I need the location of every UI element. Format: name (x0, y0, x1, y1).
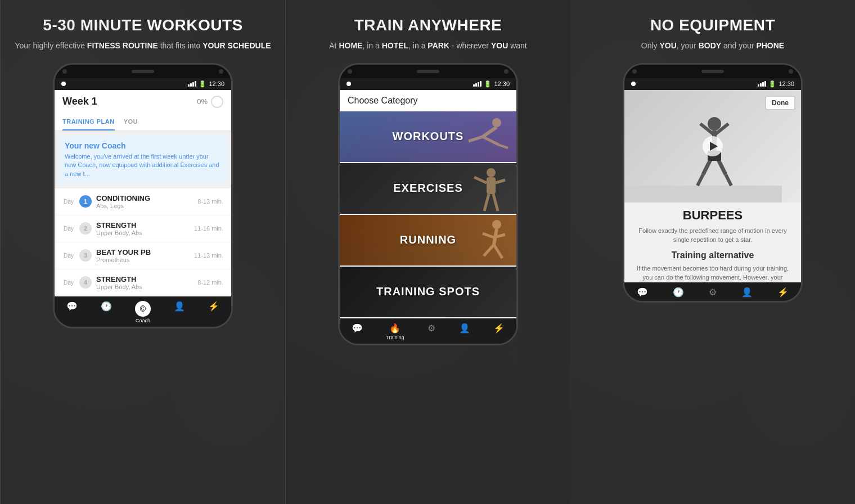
speaker-2 (417, 70, 439, 73)
exercise-video[interactable]: Done (624, 90, 801, 202)
svg-line-1 (483, 127, 497, 137)
phone1-screen: Week 1 0% TRAINING PLAN YOU Your new Coa… (55, 90, 231, 296)
chat-icon-2: 💬 (352, 323, 363, 334)
camera-icon-3 (632, 69, 637, 74)
category-exercises[interactable]: EXERCISES (340, 163, 516, 214)
day-number-4: 4 (79, 276, 92, 289)
coach-icon: © (135, 301, 151, 317)
nav-chat[interactable]: 💬 (66, 301, 78, 323)
battery-icon: 🔋 (199, 80, 206, 88)
tab-you[interactable]: YOU (124, 114, 138, 130)
day-label-2: Day (62, 226, 75, 232)
nav3-profile[interactable]: 👤 (741, 287, 753, 298)
panel-workouts: 5-30 MINUTE WORKOUTS Your highly effecti… (0, 0, 286, 504)
phone3-status-bar: 🔋 12:30 (624, 78, 801, 90)
done-button[interactable]: Done (765, 96, 795, 110)
profile-icon-3: 👤 (741, 287, 753, 298)
svg-line-4 (500, 145, 508, 148)
status-dot-3 (631, 82, 636, 86)
nav-training-label: Training (386, 335, 404, 340)
panel-no-equipment: NO EQUIPMENT Only YOU, your BODY and you… (570, 0, 855, 504)
phone3-top (624, 65, 801, 78)
workout-item-4[interactable]: Day 4 STRENGTH Upper Body, Abs 8-12 min. (55, 269, 231, 296)
svg-line-3 (483, 137, 500, 145)
svg-line-23 (698, 174, 703, 186)
workout-item-2[interactable]: Day 2 STRENGTH Upper Body, Abs 11-16 min… (55, 215, 231, 242)
category-workouts-label: WORKOUTS (393, 130, 464, 143)
workout-info-1: CONDITIONING Abs, Legs (96, 194, 193, 209)
status-right-3: 🔋 12:30 (758, 80, 794, 88)
phone2-top (340, 65, 516, 78)
phone-1: 🔋 12:30 Week 1 0% TRAINING PLAN YOU Your… (53, 63, 233, 328)
svg-line-16 (494, 245, 502, 258)
nav3-lightning[interactable]: ⚡ (777, 287, 789, 298)
running-athlete-icon (471, 218, 511, 266)
time-display-3: 12:30 (778, 80, 794, 87)
svg-point-18 (708, 117, 721, 130)
settings-icon-3: ⚙ (709, 287, 717, 298)
svg-line-15 (484, 245, 494, 256)
play-button[interactable] (703, 136, 723, 156)
phone1-header: Week 1 0% (55, 90, 231, 114)
camera-icon-2 (348, 69, 352, 74)
panel-train-anywhere: TRAIN ANYWHERE At HOME, in a HOTEL, in a… (286, 0, 570, 504)
workout-type-1: Abs, Legs (96, 202, 193, 209)
category-running-label: RUNNING (400, 233, 456, 246)
category-running[interactable]: RUNNING (340, 215, 516, 266)
nav2-lightning[interactable]: ⚡ (493, 323, 505, 340)
chat-icon: 💬 (66, 301, 78, 312)
svg-point-5 (487, 168, 496, 177)
svg-point-11 (492, 220, 501, 229)
coach-card[interactable]: Your new Coach Welcome, you've arrived a… (59, 136, 227, 184)
nav2-settings[interactable]: ⚙ (428, 323, 435, 340)
category-training-spots-label: TRAINING SPOTS (376, 285, 480, 298)
nav3-settings[interactable]: ⚙ (709, 287, 717, 298)
phone2-status-bar: 🔋 12:30 (340, 78, 516, 90)
exercise-name: BURPEES (624, 202, 801, 226)
nav-history[interactable]: 🕐 (101, 301, 112, 323)
workout-type-4: Upper Body, Abs (96, 284, 193, 290)
progress-text: 0% (197, 97, 208, 106)
phone-3: 🔋 12:30 (623, 63, 803, 303)
workouts-athlete-icon (466, 114, 511, 162)
nav-lightning[interactable]: ⚡ (208, 301, 219, 323)
camera-icon (62, 69, 67, 74)
nav3-chat[interactable]: 💬 (637, 287, 648, 298)
nav2-chat[interactable]: 💬 (352, 323, 363, 340)
signal-icon-2 (473, 81, 482, 87)
tab-training-plan[interactable]: TRAINING PLAN (62, 114, 115, 130)
profile-icon-2: 👤 (459, 323, 470, 334)
alt-title: Training alternative (624, 245, 801, 264)
time-display-2: 12:30 (494, 80, 510, 87)
nav2-training[interactable]: 🔥 Training (386, 323, 404, 340)
workout-name-4: STRENGTH (96, 275, 193, 284)
category-training-spots[interactable]: TRAINING SPOTS (340, 267, 516, 317)
day-number-2: 2 (79, 222, 92, 235)
progress-indicator: 0% (197, 96, 223, 108)
exercise-desc: Follow exactly the predefined range of m… (624, 226, 801, 245)
category-workouts[interactable]: WORKOUTS (340, 111, 516, 162)
svg-line-25 (726, 174, 731, 186)
time-display: 12:30 (209, 80, 224, 87)
lightning-icon-3: ⚡ (777, 287, 789, 298)
chat-icon-3: 💬 (637, 287, 648, 298)
workout-item-3[interactable]: Day 3 BEAT YOUR PB Prometheus 11-13 min. (55, 242, 231, 269)
nav2-profile[interactable]: 👤 (459, 323, 470, 340)
phone1-tabs: TRAINING PLAN YOU (55, 114, 231, 131)
day-label-1: Day (62, 199, 75, 205)
svg-point-0 (492, 118, 501, 127)
workout-info-4: STRENGTH Upper Body, Abs (96, 275, 193, 290)
nav-coach[interactable]: © Coach (135, 301, 151, 323)
workout-list: Day 1 CONDITIONING Abs, Legs 8-13 min. D… (55, 188, 231, 296)
panel3-title: NO EQUIPMENT (650, 17, 775, 34)
panel1-subtitle: Your highly effective FITNESS ROUTINE th… (15, 40, 271, 52)
day-number-1: 1 (79, 195, 92, 208)
workout-item-1[interactable]: Day 1 CONDITIONING Abs, Legs 8-13 min. (55, 188, 231, 215)
sensor (219, 69, 223, 74)
history-icon: 🕐 (101, 301, 112, 312)
nav-profile[interactable]: 👤 (174, 301, 185, 323)
nav3-history[interactable]: 🕐 (673, 287, 684, 298)
sensor-2 (504, 69, 508, 74)
exercises-athlete-icon (469, 166, 508, 214)
phone3-screen: Done BURPEES Follow exactly the predefin… (624, 90, 801, 282)
